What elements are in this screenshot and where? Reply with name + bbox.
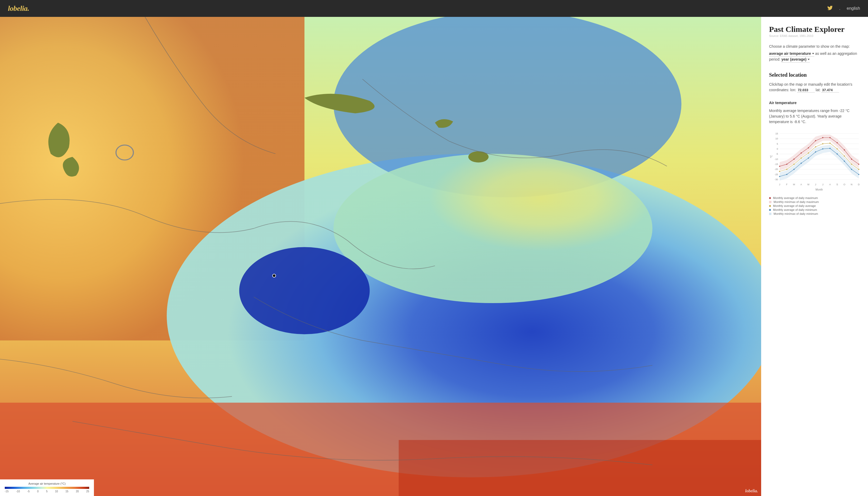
svg-text:10: 10 bbox=[775, 137, 778, 140]
selected-location-marker[interactable] bbox=[272, 274, 276, 278]
svg-point-54 bbox=[779, 176, 780, 177]
legend-square-icon bbox=[769, 201, 772, 203]
svg-text:S: S bbox=[836, 183, 838, 186]
legend-label: Monthly average of daily maximum bbox=[773, 196, 818, 200]
svg-point-37 bbox=[829, 137, 830, 138]
legend-ticks: -15-10-50510152025 bbox=[5, 490, 89, 493]
svg-point-52 bbox=[851, 164, 852, 165]
svg-text:O: O bbox=[843, 183, 845, 186]
svg-text:Month: Month bbox=[815, 188, 823, 191]
legend-dot-icon bbox=[769, 209, 771, 211]
map-watermark: lobelia. bbox=[745, 489, 758, 493]
svg-point-51 bbox=[844, 155, 845, 157]
container: Average air temperature (°C) -15-10-5051… bbox=[0, 17, 868, 496]
svg-point-5 bbox=[239, 247, 370, 335]
svg-text:-5: -5 bbox=[776, 153, 778, 155]
map-area[interactable]: Average air temperature (°C) -15-10-5051… bbox=[0, 17, 761, 496]
svg-point-40 bbox=[851, 158, 852, 159]
parameter-intro: Choose a climate parameter to show on th… bbox=[769, 44, 860, 49]
svg-point-33 bbox=[801, 152, 802, 153]
legend-dot-icon bbox=[769, 197, 771, 199]
legend-tick: 20 bbox=[76, 490, 79, 493]
logo[interactable]: lobelia. bbox=[8, 4, 29, 13]
svg-text:A: A bbox=[800, 183, 802, 186]
svg-text:5: 5 bbox=[777, 143, 778, 145]
period-dropdown[interactable]: year (average) bbox=[781, 57, 810, 62]
menu-dot[interactable]: . bbox=[839, 6, 840, 11]
twitter-icon[interactable] bbox=[827, 5, 833, 12]
svg-text:M: M bbox=[793, 183, 795, 186]
svg-point-30 bbox=[779, 166, 780, 167]
lat-input[interactable] bbox=[822, 88, 839, 93]
svg-point-45 bbox=[801, 158, 802, 159]
svg-text:J: J bbox=[779, 183, 780, 186]
svg-point-61 bbox=[829, 148, 830, 149]
svg-text:J: J bbox=[822, 183, 823, 186]
legend-row: Monthly average of daily minimum bbox=[769, 208, 860, 211]
svg-point-39 bbox=[844, 150, 845, 151]
header: lobelia. . english bbox=[0, 0, 868, 17]
svg-text:15: 15 bbox=[775, 132, 778, 135]
coord-text2: lat: bbox=[816, 88, 822, 92]
legend-label: Monthly average of daily average bbox=[773, 204, 816, 207]
source-line: Source: ERA5 dataset, 1981-2010 bbox=[769, 34, 860, 37]
svg-point-32 bbox=[793, 158, 794, 159]
legend-row: Monthly average of daily average bbox=[769, 204, 860, 207]
page-title: Past Climate Explorer bbox=[769, 25, 860, 34]
svg-rect-7 bbox=[399, 440, 761, 496]
svg-point-58 bbox=[808, 158, 809, 159]
svg-text:-20: -20 bbox=[775, 168, 778, 171]
legend-label: Monthly min/max of daily maximum bbox=[774, 200, 819, 203]
svg-text:-15: -15 bbox=[775, 163, 778, 166]
legend-row: Monthly min/max of daily maximum bbox=[769, 200, 860, 203]
legend-tick: 10 bbox=[55, 490, 58, 493]
svg-point-46 bbox=[808, 152, 809, 153]
legend-gradient bbox=[5, 487, 89, 489]
lon-input[interactable] bbox=[797, 88, 815, 93]
climate-map[interactable] bbox=[0, 17, 761, 496]
legend-label: Monthly min/max of daily minimum bbox=[774, 212, 818, 215]
svg-point-34 bbox=[808, 147, 809, 149]
legend-square-icon bbox=[769, 213, 772, 215]
air-temp-title: Air temperature bbox=[769, 101, 860, 105]
svg-point-50 bbox=[837, 149, 838, 150]
legend-dot-icon bbox=[769, 205, 771, 207]
svg-text:°C: °C bbox=[770, 155, 773, 158]
svg-point-44 bbox=[793, 164, 794, 165]
legend-label: Monthly average of daily minimum bbox=[773, 208, 817, 211]
svg-point-53 bbox=[858, 169, 859, 170]
map-legend: Average air temperature (°C) -15-10-5051… bbox=[0, 479, 94, 496]
svg-text:N: N bbox=[851, 183, 852, 186]
svg-point-65 bbox=[858, 174, 859, 175]
svg-point-38 bbox=[837, 142, 838, 143]
svg-text:-10: -10 bbox=[775, 158, 778, 160]
svg-point-41 bbox=[858, 164, 859, 165]
svg-point-31 bbox=[786, 164, 787, 165]
svg-point-43 bbox=[786, 169, 787, 170]
parameter-value: average air temperature bbox=[769, 51, 811, 57]
parameter-line: average air temperature as well as an ag… bbox=[769, 51, 860, 62]
svg-point-62 bbox=[837, 153, 838, 154]
selected-location-title: Selected location bbox=[769, 72, 860, 78]
svg-point-47 bbox=[815, 146, 816, 147]
coord-line: Click/tap on the map or manually edit th… bbox=[769, 82, 860, 93]
temperature-chart: 151050-5-10-15-20-25-30JFMAMJJASONDMonth… bbox=[769, 129, 860, 215]
svg-point-57 bbox=[801, 162, 802, 164]
header-right: . english bbox=[827, 5, 860, 12]
legend-row: Monthly average of daily maximum bbox=[769, 196, 860, 200]
svg-point-63 bbox=[844, 160, 845, 161]
legend-tick: 15 bbox=[65, 490, 68, 493]
legend-row: Monthly min/max of daily minimum bbox=[769, 212, 860, 215]
svg-point-56 bbox=[793, 169, 794, 170]
svg-point-60 bbox=[822, 149, 823, 150]
parameter-dropdown[interactable]: average air temperature bbox=[769, 51, 814, 57]
svg-point-48 bbox=[822, 143, 823, 144]
legend-tick: 5 bbox=[46, 490, 48, 493]
intro-text: Choose a climate parameter to show on th… bbox=[769, 44, 850, 48]
language-selector[interactable]: english bbox=[847, 6, 860, 11]
svg-point-42 bbox=[779, 171, 780, 172]
svg-point-49 bbox=[829, 143, 830, 144]
svg-text:A: A bbox=[829, 183, 831, 186]
legend-tick: 0 bbox=[37, 490, 39, 493]
svg-text:-25: -25 bbox=[775, 173, 778, 176]
